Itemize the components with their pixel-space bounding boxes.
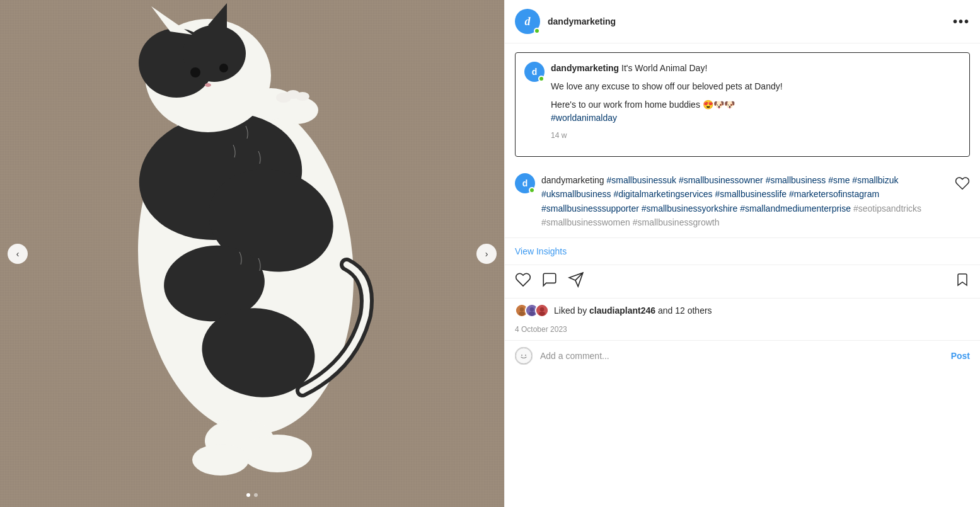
svg-point-40 [516, 348, 531, 363]
share-button[interactable] [568, 271, 584, 292]
svg-point-15 [219, 64, 228, 72]
caption-username[interactable]: dandymarketing [551, 63, 619, 73]
svg-point-16 [205, 83, 211, 87]
carousel-dots [246, 493, 258, 497]
caption-line1: It's World Animal Day! [621, 63, 707, 73]
post-comment-button[interactable]: Post [951, 351, 970, 361]
comment-input[interactable] [540, 351, 943, 361]
like-button-comment[interactable] [955, 176, 970, 195]
hashtags-avatar[interactable]: d [515, 173, 535, 193]
chevron-right-icon: › [485, 249, 488, 259]
comment-button[interactable] [541, 271, 558, 292]
svg-point-31 [530, 307, 534, 312]
post-detail-panel: d dandymarketing ••• d dandymarketing It… [504, 0, 980, 507]
caption-line2: We love any excuse to show off our belov… [551, 80, 783, 93]
profile-username[interactable]: dandymarketing [548, 16, 953, 26]
svg-point-28 [520, 307, 524, 312]
bookmark-button[interactable] [955, 272, 970, 291]
profile-avatar[interactable]: d [515, 9, 540, 34]
caption-avatar-badge [538, 76, 545, 82]
hashtags-content: dandymarketing #smallbusinessuk #smallbu… [541, 173, 948, 230]
post-image: ‹ › [0, 0, 504, 507]
chevron-left-icon: ‹ [16, 249, 20, 259]
svg-point-42 [525, 355, 526, 356]
svg-point-23 [243, 435, 312, 472]
post-header: d dandymarketing ••• [505, 0, 980, 43]
svg-point-35 [539, 311, 545, 316]
carousel-prev-button[interactable]: ‹ [8, 244, 28, 264]
likes-section: Liked by claudiaplant246 and 12 others [505, 299, 980, 322]
like-button[interactable] [515, 271, 531, 292]
hashtags-section: d dandymarketing #smallbusinessuk #small… [505, 166, 980, 238]
svg-point-34 [540, 307, 545, 312]
liked-avatars [515, 304, 549, 317]
svg-point-41 [521, 355, 522, 356]
caption-box: d dandymarketing It's World Animal Day! … [515, 52, 970, 157]
svg-point-32 [529, 311, 535, 316]
view-insights-section: View Insights [505, 238, 980, 265]
caption-avatar[interactable]: d [524, 62, 545, 82]
view-insights-button[interactable]: View Insights [515, 246, 567, 256]
hashtags-username[interactable]: dandymarketing [541, 175, 604, 185]
post-date: 4 October 2023 [505, 322, 980, 340]
caption-line3: Here's to our work from home buddies 😍🐶🐶 [551, 100, 735, 110]
svg-point-29 [519, 311, 525, 316]
action-buttons-bar [505, 265, 980, 299]
carousel-dot-2[interactable] [254, 493, 258, 497]
svg-point-14 [190, 67, 200, 77]
more-options-button[interactable]: ••• [953, 14, 970, 29]
comment-avatar [515, 347, 533, 365]
hashtags-avatar-badge [529, 187, 535, 193]
likes-rest: and 12 others [658, 305, 712, 316]
svg-point-21 [296, 92, 309, 101]
carousel-next-button[interactable]: › [476, 244, 497, 264]
liker-username[interactable]: claudiaplant246 [589, 305, 655, 316]
avatar-badge [534, 28, 540, 34]
caption-hashtag[interactable]: #worldanimalday [551, 113, 617, 123]
svg-point-24 [192, 444, 249, 476]
likes-text: Liked by claudiaplant246 and 12 others [554, 305, 712, 316]
add-comment-section: Post [505, 340, 980, 371]
caption-content: dandymarketing It's World Animal Day! We… [551, 62, 783, 141]
carousel-dot-1[interactable] [246, 493, 250, 497]
caption-time: 14 w [551, 130, 783, 141]
